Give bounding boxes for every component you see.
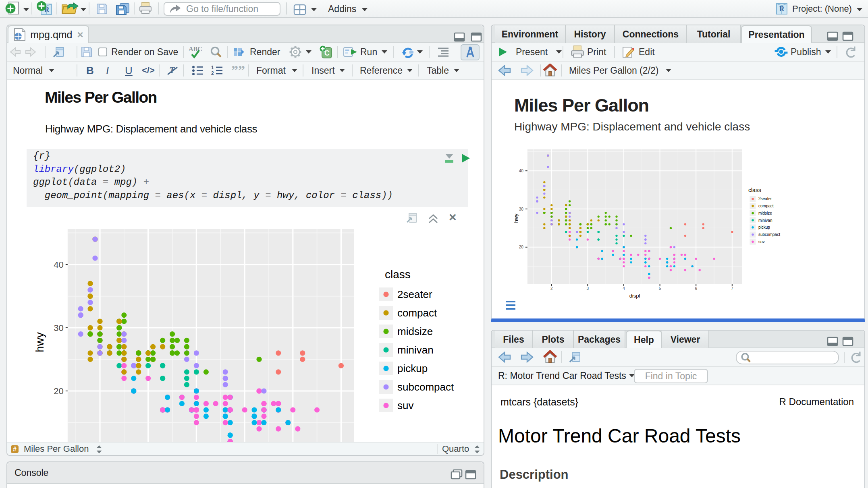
svg-text:class: class [748, 187, 761, 193]
svg-text:7: 7 [731, 286, 733, 291]
svg-text:pickup: pickup [758, 225, 770, 230]
svg-text:40: 40 [54, 260, 63, 270]
svg-text:R: R [779, 5, 785, 13]
svg-text:30: 30 [519, 207, 524, 211]
svg-text:suv: suv [397, 399, 413, 411]
svg-text:40: 40 [519, 169, 524, 173]
svg-text:subcompact: subcompact [758, 232, 780, 237]
svg-text:compact: compact [397, 307, 437, 319]
svg-text:midsize: midsize [758, 211, 772, 215]
svg-text:suv: suv [758, 240, 765, 244]
svg-text:1: 1 [211, 65, 214, 70]
svg-text:subcompact: subcompact [397, 381, 454, 393]
svg-text:2seater: 2seater [758, 196, 772, 201]
svg-text:pickup: pickup [397, 362, 428, 374]
svg-text:30: 30 [54, 323, 63, 333]
svg-text:minivan: minivan [758, 218, 772, 223]
svg-text:hwy: hwy [513, 213, 519, 223]
svg-text:ABC: ABC [189, 45, 202, 52]
svg-text:displ: displ [629, 293, 640, 299]
svg-text:2seater: 2seater [397, 288, 432, 300]
svg-text:minivan: minivan [397, 344, 434, 356]
svg-text:3: 3 [587, 286, 589, 291]
svg-text:2: 2 [211, 70, 214, 76]
svg-text:midsize: midsize [397, 325, 433, 337]
svg-text:2: 2 [550, 286, 553, 291]
svg-text:5: 5 [659, 286, 661, 291]
svg-text:compact: compact [758, 204, 774, 208]
svg-text:20: 20 [54, 386, 63, 396]
svg-text:6: 6 [695, 286, 697, 291]
svg-text:4: 4 [623, 286, 625, 291]
svg-text:20: 20 [519, 245, 524, 249]
svg-text:hwy: hwy [33, 332, 46, 352]
svg-text:class: class [385, 268, 411, 281]
